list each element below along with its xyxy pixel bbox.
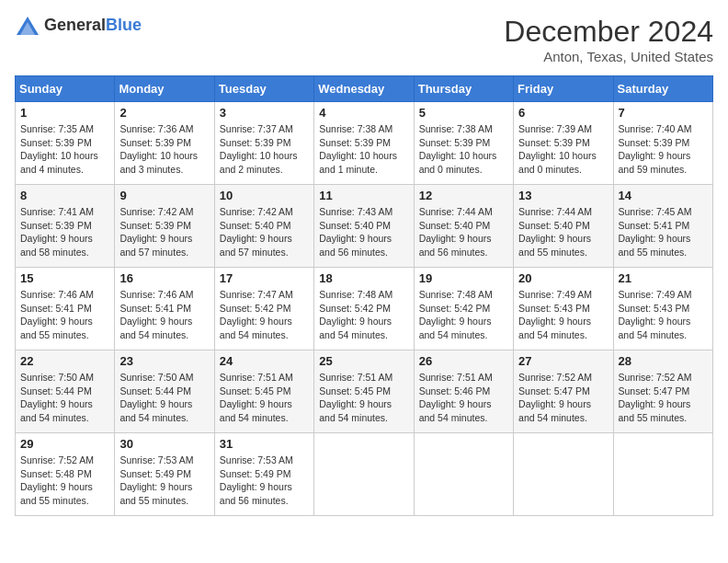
day-info: Sunrise: 7:50 AMSunset: 5:44 PMDaylight:… (119, 371, 209, 425)
day-info: Sunrise: 7:44 AMSunset: 5:40 PMDaylight:… (419, 205, 508, 259)
calendar-cell: 11Sunrise: 7:43 AMSunset: 5:40 PMDayligh… (314, 185, 414, 268)
day-number: 17 (220, 271, 309, 285)
calendar-cell: 23Sunrise: 7:50 AMSunset: 5:44 PMDayligh… (115, 350, 214, 433)
calendar-cell: 7Sunrise: 7:40 AMSunset: 5:39 PMDaylight… (613, 102, 712, 185)
calendar-week-row: 1Sunrise: 7:35 AMSunset: 5:39 PMDaylight… (16, 102, 713, 185)
day-number: 31 (220, 437, 309, 451)
day-info: Sunrise: 7:51 AMSunset: 5:45 PMDaylight:… (220, 371, 309, 425)
calendar-body: 1Sunrise: 7:35 AMSunset: 5:39 PMDaylight… (16, 102, 713, 516)
day-info: Sunrise: 7:49 AMSunset: 5:43 PMDaylight:… (619, 288, 708, 342)
day-number: 1 (20, 106, 109, 120)
weekday-header-row: SundayMondayTuesdayWednesdayThursdayFrid… (16, 76, 713, 102)
calendar-cell: 18Sunrise: 7:48 AMSunset: 5:42 PMDayligh… (314, 268, 414, 350)
day-number: 16 (119, 271, 209, 285)
day-info: Sunrise: 7:46 AMSunset: 5:41 PMDaylight:… (20, 288, 109, 342)
calendar-cell (314, 433, 414, 516)
day-number: 20 (518, 271, 608, 285)
day-number: 23 (119, 354, 209, 368)
day-number: 2 (119, 106, 209, 120)
calendar-cell: 28Sunrise: 7:52 AMSunset: 5:47 PMDayligh… (613, 350, 712, 433)
day-info: Sunrise: 7:53 AMSunset: 5:49 PMDaylight:… (220, 454, 309, 508)
day-info: Sunrise: 7:40 AMSunset: 5:39 PMDaylight:… (619, 122, 708, 177)
logo: GeneralBlue (15, 15, 142, 37)
day-number: 29 (20, 437, 109, 451)
calendar-cell: 20Sunrise: 7:49 AMSunset: 5:43 PMDayligh… (514, 268, 613, 350)
calendar-cell: 9Sunrise: 7:42 AMSunset: 5:39 PMDaylight… (115, 185, 214, 268)
day-info: Sunrise: 7:43 AMSunset: 5:40 PMDaylight:… (319, 205, 408, 259)
calendar-week-row: 22Sunrise: 7:50 AMSunset: 5:44 PMDayligh… (16, 350, 713, 433)
calendar-cell: 27Sunrise: 7:52 AMSunset: 5:47 PMDayligh… (514, 350, 613, 433)
logo-icon (15, 15, 40, 37)
day-info: Sunrise: 7:39 AMSunset: 5:39 PMDaylight:… (518, 122, 608, 177)
day-info: Sunrise: 7:47 AMSunset: 5:42 PMDaylight:… (220, 288, 309, 342)
day-info: Sunrise: 7:50 AMSunset: 5:44 PMDaylight:… (20, 371, 109, 425)
day-number: 26 (419, 354, 508, 368)
calendar-header: SundayMondayTuesdayWednesdayThursdayFrid… (16, 76, 713, 102)
day-number: 3 (220, 106, 309, 120)
calendar-cell: 21Sunrise: 7:49 AMSunset: 5:43 PMDayligh… (613, 268, 712, 350)
calendar-cell: 25Sunrise: 7:51 AMSunset: 5:45 PMDayligh… (314, 350, 414, 433)
calendar-cell: 1Sunrise: 7:35 AMSunset: 5:39 PMDaylight… (16, 102, 115, 185)
calendar-cell: 22Sunrise: 7:50 AMSunset: 5:44 PMDayligh… (16, 350, 115, 433)
day-info: Sunrise: 7:52 AMSunset: 5:48 PMDaylight:… (20, 454, 109, 508)
day-number: 4 (319, 106, 408, 120)
calendar-cell: 30Sunrise: 7:53 AMSunset: 5:49 PMDayligh… (115, 433, 214, 516)
day-number: 25 (319, 354, 408, 368)
calendar-week-row: 8Sunrise: 7:41 AMSunset: 5:39 PMDaylight… (16, 185, 713, 268)
day-number: 12 (419, 189, 508, 202)
month-title: December 2024 (504, 15, 713, 49)
logo-general: General (44, 16, 106, 34)
weekday-header: Saturday (613, 76, 712, 102)
calendar-cell: 24Sunrise: 7:51 AMSunset: 5:45 PMDayligh… (214, 350, 313, 433)
calendar-cell: 6Sunrise: 7:39 AMSunset: 5:39 PMDaylight… (514, 102, 613, 185)
day-number: 19 (419, 271, 508, 285)
calendar-cell: 4Sunrise: 7:38 AMSunset: 5:39 PMDaylight… (314, 102, 414, 185)
day-number: 21 (619, 271, 708, 285)
day-info: Sunrise: 7:36 AMSunset: 5:39 PMDaylight:… (119, 122, 209, 177)
calendar-cell: 2Sunrise: 7:36 AMSunset: 5:39 PMDaylight… (115, 102, 214, 185)
day-number: 6 (518, 106, 608, 120)
day-number: 11 (319, 189, 408, 202)
calendar-cell: 3Sunrise: 7:37 AMSunset: 5:39 PMDaylight… (214, 102, 313, 185)
day-number: 8 (20, 189, 109, 202)
weekday-header: Tuesday (214, 76, 313, 102)
day-number: 13 (518, 189, 608, 202)
calendar-cell: 29Sunrise: 7:52 AMSunset: 5:48 PMDayligh… (16, 433, 115, 516)
day-info: Sunrise: 7:51 AMSunset: 5:45 PMDaylight:… (319, 371, 408, 425)
weekday-header: Friday (514, 76, 613, 102)
calendar-cell: 13Sunrise: 7:44 AMSunset: 5:40 PMDayligh… (514, 185, 613, 268)
day-number: 10 (220, 189, 309, 202)
calendar-cell (613, 433, 712, 516)
day-number: 30 (119, 437, 209, 451)
weekday-header: Wednesday (314, 76, 414, 102)
calendar-cell: 12Sunrise: 7:44 AMSunset: 5:40 PMDayligh… (414, 185, 513, 268)
calendar-week-row: 29Sunrise: 7:52 AMSunset: 5:48 PMDayligh… (16, 433, 713, 516)
day-number: 27 (518, 354, 608, 368)
calendar-cell: 5Sunrise: 7:38 AMSunset: 5:39 PMDaylight… (414, 102, 513, 185)
day-number: 18 (319, 271, 408, 285)
day-info: Sunrise: 7:52 AMSunset: 5:47 PMDaylight:… (619, 371, 708, 425)
calendar-table: SundayMondayTuesdayWednesdayThursdayFrid… (15, 75, 713, 516)
calendar-cell: 31Sunrise: 7:53 AMSunset: 5:49 PMDayligh… (214, 433, 313, 516)
location-title: Anton, Texas, United States (504, 49, 713, 64)
calendar-cell: 17Sunrise: 7:47 AMSunset: 5:42 PMDayligh… (214, 268, 313, 350)
day-number: 14 (619, 189, 708, 202)
day-number: 24 (220, 354, 309, 368)
weekday-header: Monday (115, 76, 214, 102)
calendar-cell: 8Sunrise: 7:41 AMSunset: 5:39 PMDaylight… (16, 185, 115, 268)
page-header: GeneralBlue December 2024 Anton, Texas, … (15, 15, 713, 64)
day-number: 15 (20, 271, 109, 285)
day-info: Sunrise: 7:37 AMSunset: 5:39 PMDaylight:… (220, 122, 309, 177)
calendar-cell: 26Sunrise: 7:51 AMSunset: 5:46 PMDayligh… (414, 350, 513, 433)
day-info: Sunrise: 7:52 AMSunset: 5:47 PMDaylight:… (518, 371, 608, 425)
day-info: Sunrise: 7:42 AMSunset: 5:39 PMDaylight:… (119, 205, 209, 259)
day-info: Sunrise: 7:44 AMSunset: 5:40 PMDaylight:… (518, 205, 608, 259)
logo-text: GeneralBlue (44, 17, 142, 35)
calendar-cell (414, 433, 513, 516)
day-number: 22 (20, 354, 109, 368)
day-info: Sunrise: 7:41 AMSunset: 5:39 PMDaylight:… (20, 205, 109, 259)
day-number: 7 (619, 106, 708, 120)
day-info: Sunrise: 7:51 AMSunset: 5:46 PMDaylight:… (419, 371, 508, 425)
day-info: Sunrise: 7:49 AMSunset: 5:43 PMDaylight:… (518, 288, 608, 342)
calendar-cell: 16Sunrise: 7:46 AMSunset: 5:41 PMDayligh… (115, 268, 214, 350)
